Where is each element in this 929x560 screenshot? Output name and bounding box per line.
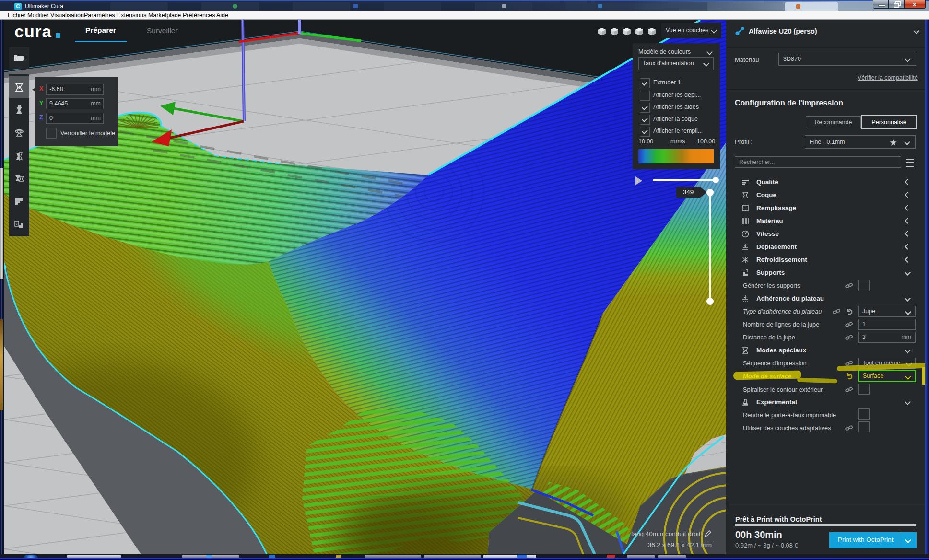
svg-text:x: x xyxy=(16,222,18,226)
